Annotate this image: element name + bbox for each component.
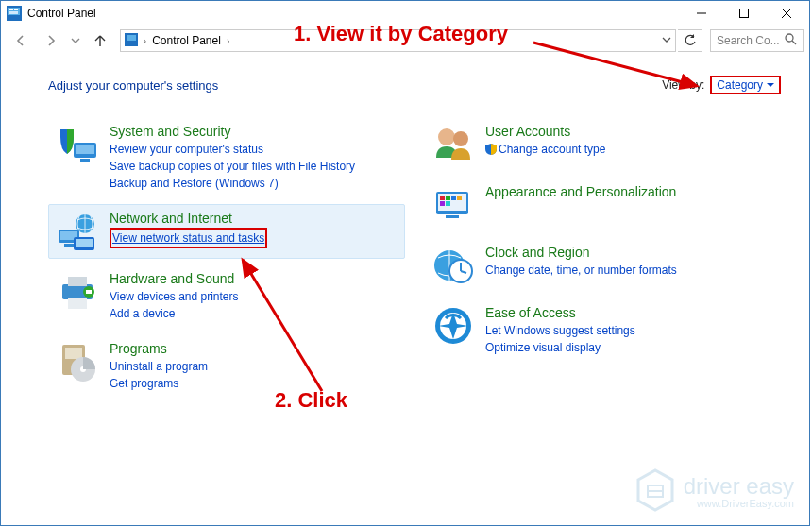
svg-rect-38 [457, 196, 462, 200]
svg-line-12 [792, 41, 796, 44]
svg-point-32 [453, 131, 468, 146]
window-title: Control Panel [27, 7, 680, 20]
category-clock-region[interactable]: Clock and Region Change date, time, or n… [424, 238, 781, 293]
category-link[interactable]: Save backup copies of your files with Fi… [110, 158, 397, 175]
watermark-brand: driver easy [684, 473, 794, 499]
view-by-label: View by: [662, 78, 704, 92]
shield-monitor-icon [57, 124, 98, 165]
recent-dropdown[interactable] [67, 27, 84, 54]
user-accounts-icon [432, 124, 474, 165]
chevron-right-icon[interactable]: › [227, 36, 229, 46]
category-title[interactable]: User Accounts [485, 124, 772, 139]
page-heading: Adjust your computer's settings [48, 78, 662, 93]
control-panel-icon [7, 6, 22, 21]
svg-point-11 [786, 34, 793, 42]
breadcrumb-item[interactable]: Control Panel [152, 34, 221, 47]
svg-rect-28 [65, 348, 82, 359]
navbar: › Control Panel › [1, 25, 809, 57]
view-by-value: Category [717, 78, 763, 92]
category-title[interactable]: System and Security [110, 124, 397, 139]
svg-rect-6 [739, 9, 748, 17]
category-hardware-sound[interactable]: Hardware and Sound View devices and prin… [48, 264, 405, 329]
category-title[interactable]: Appearance and Personalization [485, 184, 772, 199]
category-appearance-personalization[interactable]: Appearance and Personalization [424, 178, 781, 232]
watermark-url: www.DriverEasy.com [684, 498, 794, 509]
category-system-security[interactable]: System and Security Review your computer… [48, 117, 405, 198]
category-title[interactable]: Hardware and Sound [110, 271, 397, 286]
appearance-icon [432, 184, 474, 226]
category-link[interactable]: Let Windows suggest settings [485, 322, 772, 339]
category-title[interactable]: Ease of Access [485, 305, 772, 320]
svg-rect-10 [127, 35, 136, 41]
svg-rect-41 [446, 215, 459, 218]
category-link[interactable]: Change account type [485, 141, 772, 158]
maximize-button[interactable] [722, 3, 765, 24]
control-panel-icon-small [125, 33, 138, 49]
clock-globe-icon [432, 245, 474, 286]
network-globe-icon [57, 211, 98, 252]
category-network-internet[interactable]: Network and Internet View network status… [48, 204, 405, 259]
svg-rect-21 [76, 239, 93, 247]
svg-rect-35 [440, 196, 445, 200]
printer-icon [57, 271, 98, 313]
svg-rect-15 [80, 159, 90, 162]
svg-point-31 [438, 128, 455, 145]
svg-rect-39 [440, 201, 445, 206]
link-text: Change account type [499, 143, 605, 156]
forward-button[interactable] [37, 27, 65, 54]
view-by-dropdown[interactable]: Category [713, 77, 778, 93]
chevron-right-icon[interactable]: › [144, 36, 146, 46]
category-link[interactable]: Backup and Restore (Windows 7) [110, 175, 397, 192]
category-title[interactable]: Programs [110, 341, 397, 356]
category-link[interactable]: Uninstall a program [110, 358, 397, 375]
svg-rect-24 [68, 298, 87, 309]
search-box[interactable] [710, 29, 804, 52]
refresh-button[interactable] [678, 29, 702, 52]
category-title[interactable]: Network and Internet [110, 211, 397, 226]
category-link[interactable]: Get programs [110, 375, 397, 392]
svg-rect-23 [68, 277, 87, 286]
titlebar: Control Panel [1, 1, 809, 25]
close-button[interactable] [765, 3, 807, 24]
control-panel-window: Control Panel › Control Panel › [0, 0, 810, 526]
watermark: driver easy www.DriverEasy.com [634, 468, 794, 516]
search-icon[interactable] [785, 33, 797, 48]
svg-rect-26 [86, 290, 92, 294]
svg-rect-40 [446, 201, 450, 206]
disc-box-icon [57, 341, 98, 383]
minimize-button[interactable] [680, 3, 722, 24]
ease-of-access-icon [432, 305, 474, 347]
category-title[interactable]: Clock and Region [485, 245, 772, 260]
search-input[interactable] [717, 34, 785, 47]
category-link[interactable]: View devices and printers [110, 288, 397, 305]
category-link[interactable]: Change date, time, or number formats [485, 262, 772, 279]
svg-rect-3 [14, 9, 18, 10]
back-button[interactable] [7, 27, 35, 54]
content-area: Adjust your computer's settings View by:… [1, 57, 809, 404]
svg-rect-2 [9, 9, 13, 10]
category-link[interactable]: Review your computer's status [110, 141, 397, 158]
category-programs[interactable]: Programs Uninstall a program Get program… [48, 334, 405, 399]
svg-rect-4 [9, 11, 18, 14]
svg-rect-19 [64, 244, 74, 247]
address-bar[interactable]: › Control Panel › [120, 29, 676, 52]
left-column: System and Security Review your computer… [48, 117, 405, 404]
up-button[interactable] [86, 27, 114, 54]
dropdown-icon[interactable] [662, 34, 671, 47]
category-link[interactable]: Optimize visual display [485, 339, 772, 356]
svg-rect-36 [446, 196, 450, 200]
svg-rect-37 [451, 196, 456, 200]
svg-rect-14 [76, 145, 94, 154]
link-view-network-status[interactable]: View network status and tasks [112, 230, 264, 247]
right-column: User Accounts Change account type Appear… [424, 117, 781, 404]
category-ease-of-access[interactable]: Ease of Access Let Windows suggest setti… [424, 298, 781, 363]
category-user-accounts[interactable]: User Accounts Change account type [424, 117, 781, 172]
category-link[interactable]: Add a device [110, 305, 397, 322]
